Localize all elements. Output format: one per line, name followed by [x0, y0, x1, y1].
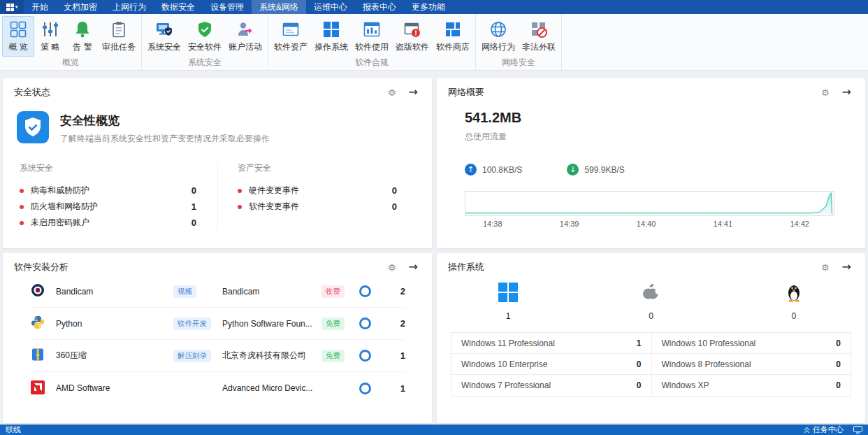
price-badge: 免费 [321, 318, 345, 330]
asset-security-section: 资产安全 硬件变更事件0 软件变更事件0 [217, 162, 418, 231]
list-item[interactable]: 病毒和威胁防护0 [20, 183, 196, 199]
connection-status: 联线 [6, 425, 21, 435]
gear-icon[interactable]: ⚙ [388, 87, 396, 98]
menu-item-system-network[interactable]: 系统&网络 [252, 0, 306, 14]
ribbon-group-label: 概览 [2, 57, 139, 70]
table-row[interactable]: AMD Software Advanced Micro Devic... 1 [31, 372, 405, 404]
ribbon-item-label: 软件资产 [274, 41, 308, 53]
platform-apple: 0 [579, 282, 722, 321]
red-dot-icon [20, 205, 24, 209]
traffic-chart[interactable] [465, 191, 834, 216]
total-traffic-value: 541.2MB [465, 110, 834, 126]
item-label: 病毒和威胁防护 [31, 185, 89, 197]
ribbon-item-account-activity[interactable]: 账户活动 [225, 16, 266, 57]
ribbon-item-label: 策 略 [41, 41, 59, 53]
ribbon-item-label: 软件使用 [355, 41, 389, 53]
install-count: 2 [389, 318, 405, 329]
table-row[interactable]: Windows 7 Professional 0 Windows XP 0 [451, 375, 851, 396]
table-row[interactable]: Bandicam 视频 Bandicam 收费 2 [31, 276, 405, 308]
ribbon-group-network-security: 网络行为 非法外联 网络安全 [476, 14, 562, 70]
tick-label: 14:40 [637, 220, 656, 228]
list-item[interactable]: 软件变更事件0 [238, 199, 397, 215]
table-row[interactable]: 360压缩 解压刻录 北京奇虎科技有限公司 免费 1 [31, 340, 405, 372]
linux-penguin-icon [783, 282, 804, 305]
ribbon-item-label: 告 警 [73, 41, 92, 53]
os-count: 0 [811, 333, 851, 353]
ribbon-item-software-store[interactable]: 软件商店 [433, 16, 473, 57]
task-center-button[interactable]: 任务中心 [804, 425, 844, 435]
app-logo-button[interactable]: ▾ [0, 0, 24, 14]
ribbon-item-alert[interactable]: 告 警 [66, 16, 99, 57]
app-logo-icon [6, 3, 14, 11]
arrow-right-icon[interactable]: → [409, 262, 418, 273]
network-summary-card: 网络概要 ⚙ → 541.2MB 总使用流量 ↑ 100.8KB/S ↓ 599… [437, 78, 865, 248]
monitor-icon[interactable] [853, 426, 862, 434]
upload-arrow-icon: ↑ [465, 164, 477, 176]
table-row[interactable]: Windows 11 Professional 1 Windows 10 Pro… [451, 333, 851, 354]
card-title: 操作系统 [448, 261, 821, 273]
ribbon-item-label: 盗版软件 [396, 41, 429, 53]
ribbon-item-security-software[interactable]: 安全软件 [185, 16, 225, 57]
menu-item-more-features[interactable]: 更多功能 [404, 0, 453, 14]
ribbon-item-label: 账户活动 [229, 41, 262, 53]
platform-linux: 0 [723, 282, 865, 321]
tick-label: 14:38 [483, 220, 502, 228]
menu-item-start[interactable]: 开始 [24, 0, 56, 14]
item-value: 0 [191, 185, 196, 196]
progress-ring-icon [359, 350, 371, 362]
ribbon-item-software-usage[interactable]: 软件使用 [352, 16, 392, 57]
item-value: 1 [191, 201, 196, 212]
zip360-app-icon [31, 348, 56, 364]
menu-item-doc-encrypt[interactable]: 文档加密 [56, 0, 105, 14]
software-name: Python [56, 319, 173, 329]
os-count: 0 [612, 354, 651, 374]
ribbon-item-operating-system[interactable]: 操作系统 [311, 16, 352, 57]
item-value: 0 [392, 201, 397, 212]
gear-icon[interactable]: ⚙ [388, 262, 396, 273]
ribbon-item-label: 操作系统 [314, 41, 348, 53]
os-count: 0 [811, 354, 851, 374]
ribbon-item-label: 网络行为 [482, 41, 515, 53]
ribbon-item-overview[interactable]: 概 览 [2, 16, 34, 57]
arrow-right-icon[interactable]: → [842, 87, 851, 98]
arrow-right-icon[interactable]: → [842, 262, 851, 273]
menu-item-data-security[interactable]: 数据安全 [154, 0, 203, 14]
alert-bell-icon [73, 20, 92, 39]
approval-clipboard-icon [110, 20, 128, 39]
policy-sliders-icon [41, 20, 59, 39]
os-name: Windows 8 Professional [651, 354, 812, 374]
overview-grid-icon [9, 20, 27, 39]
ribbon-item-label: 安全软件 [188, 41, 222, 53]
gear-icon[interactable]: ⚙ [821, 87, 830, 98]
os-name: Windows 10 Professional [651, 333, 812, 353]
menu-item-web-behavior[interactable]: 上网行为 [105, 0, 154, 14]
ribbon-item-illegal-connection[interactable]: 非法外联 [519, 16, 559, 57]
progress-ring-icon [359, 383, 371, 394]
illegal-connection-icon [530, 20, 548, 39]
table-row[interactable]: Python 软件开发 Python Software Foun... 免费 2 [31, 308, 405, 340]
table-row[interactable]: Windows 10 Enterprise 0 Windows 8 Profes… [451, 354, 851, 375]
ribbon-item-network-behavior[interactable]: 网络行为 [478, 16, 519, 57]
ribbon-item-pirated-software[interactable]: 盗版软件 [392, 16, 433, 57]
ribbon-item-software-assets[interactable]: 软件资产 [270, 16, 311, 57]
ribbon-item-approval-tasks[interactable]: 审批任务 [99, 16, 139, 57]
ribbon-item-system-security[interactable]: 系统安全 [144, 16, 185, 57]
list-item[interactable]: 防火墙和网络防护1 [20, 199, 196, 215]
vendor-name: 北京奇虎科技有限公司 [222, 350, 321, 362]
menu-item-device-mgmt[interactable]: 设备管理 [203, 0, 252, 14]
ribbon-item-policy[interactable]: 策 略 [34, 16, 66, 57]
software-asset-icon [282, 20, 300, 39]
menu-item-ops-center[interactable]: 运维中心 [306, 0, 355, 14]
list-item[interactable]: 硬件变更事件0 [238, 183, 397, 199]
progress-ring-icon [359, 318, 371, 329]
gear-icon[interactable]: ⚙ [821, 262, 830, 273]
chart-x-axis: 14:38 14:39 14:40 14:41 14:42 [465, 216, 834, 228]
pirated-software-warning-icon [403, 20, 421, 39]
red-dot-icon [20, 221, 24, 225]
menu-item-report-center[interactable]: 报表中心 [355, 0, 404, 14]
list-item[interactable]: 未启用密码账户0 [20, 215, 196, 231]
upload-speed: ↑ 100.8KB/S [465, 164, 522, 176]
ribbon-item-label: 软件商店 [436, 41, 470, 53]
vendor-name: Advanced Micro Devic... [222, 383, 321, 393]
arrow-right-icon[interactable]: → [409, 87, 418, 98]
